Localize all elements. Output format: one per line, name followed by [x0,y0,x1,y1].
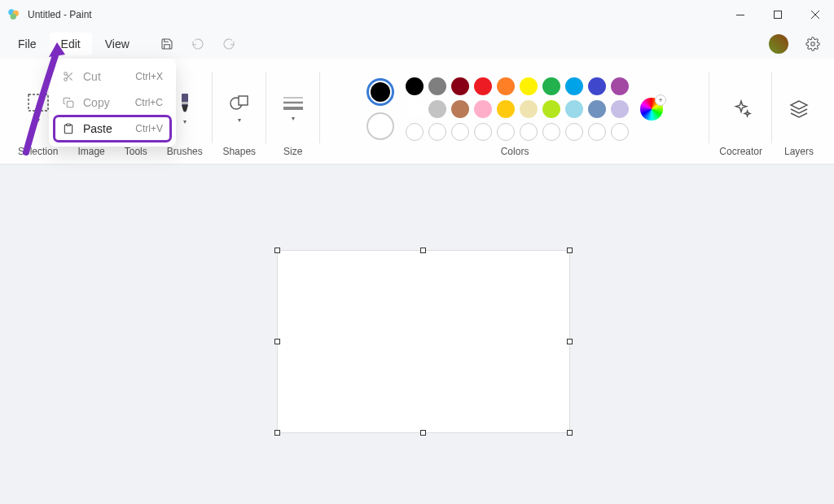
menu-file[interactable]: File [7,33,48,55]
minimize-button[interactable] [722,0,759,29]
color-swatch[interactable] [451,100,469,118]
color-swatch[interactable] [406,100,424,118]
section-size: ▾ Size [266,64,320,164]
color-swatch-empty[interactable] [406,123,424,141]
section-colors: Colors [320,64,710,164]
color-swatch[interactable] [611,100,629,118]
color-swatch[interactable] [474,77,492,95]
color-swatch[interactable] [497,100,515,118]
resize-handle[interactable] [567,339,573,344]
chevron-down-icon: ▾ [37,116,40,124]
section-brushes-label: Brushes [167,146,203,157]
size-tool[interactable]: ▾ [276,85,310,134]
menu-cut[interactable]: Cut Ctrl+X [54,64,171,90]
section-layers-label: Layers [784,146,814,157]
menu-copy-shortcut: Ctrl+C [135,97,163,108]
paste-icon [62,122,75,135]
section-shapes: ▾ Shapes [213,64,266,164]
color-swatch[interactable] [474,100,492,118]
chevron-down-icon: ▾ [238,116,241,124]
section-selection-label: Selection [18,146,58,157]
window-controls [722,0,834,29]
scissors-icon [62,70,75,83]
menu-cut-label: Cut [83,70,101,83]
edit-colors-button[interactable] [640,98,663,121]
window-title: Untitled - Paint [28,9,92,20]
maximize-button[interactable] [759,0,797,29]
resize-handle[interactable] [567,430,573,436]
ribbon: Cut Ctrl+X Copy Ctrl+C Paste Ctrl+V ▾ Se… [0,59,834,164]
color-swatch-empty[interactable] [542,123,560,141]
resize-handle[interactable] [274,248,280,253]
menu-paste[interactable]: Paste Ctrl+V [54,116,171,142]
menu-paste-label: Paste [83,122,112,135]
section-cocreator: Cocreator [709,64,772,164]
menu-copy-label: Copy [83,96,110,109]
color-swatch[interactable] [428,100,446,118]
svg-rect-4 [775,11,782,19]
color-swatch-empty[interactable] [588,123,606,141]
resize-handle[interactable] [274,430,280,436]
svg-rect-17 [239,96,248,105]
color-swatch[interactable] [428,77,446,95]
user-avatar[interactable] [769,34,788,54]
section-cocreator-label: Cocreator [719,146,762,157]
save-button[interactable] [152,31,182,57]
color-swatch[interactable] [520,100,538,118]
color-swatch[interactable] [542,77,560,95]
svg-line-10 [67,75,68,77]
color-swatch[interactable] [542,100,560,118]
color-swatch[interactable] [451,77,469,95]
svg-rect-15 [182,102,188,104]
menu-paste-shortcut: Ctrl+V [135,123,163,134]
section-tools-label: Tools [125,146,147,157]
redo-button[interactable] [214,31,244,57]
color-swatch[interactable] [588,77,606,95]
color-swatch[interactable] [520,77,538,95]
menu-cut-shortcut: Ctrl+X [135,71,163,82]
edit-dropdown: Cut Ctrl+X Copy Ctrl+C Paste Ctrl+V [49,59,176,147]
close-button[interactable] [797,0,834,29]
titlebar: Untitled - Paint [0,0,834,29]
svg-point-7 [64,78,68,81]
resize-handle[interactable] [567,248,573,253]
svg-marker-21 [791,101,807,109]
color-swatch-empty[interactable] [611,123,629,141]
menu-copy[interactable]: Copy Ctrl+C [54,90,171,116]
color-swatch-empty[interactable] [474,123,492,141]
secondary-color[interactable] [367,112,394,140]
primary-color[interactable] [367,78,394,106]
menu-edit[interactable]: Edit [50,33,92,55]
settings-button[interactable] [798,31,827,57]
cocreator-button[interactable] [724,85,758,134]
svg-point-2 [11,14,17,20]
color-swatch[interactable] [406,77,424,95]
section-shapes-label: Shapes [222,146,256,157]
resize-handle[interactable] [274,339,280,344]
menubar: File Edit View [0,29,834,59]
color-swatch-empty[interactable] [565,123,583,141]
resize-handle[interactable] [420,248,426,253]
section-layers: Layers [772,64,826,164]
canvas-area [0,164,834,504]
color-swatch-empty[interactable] [520,123,538,141]
undo-button[interactable] [183,31,213,57]
resize-handle[interactable] [420,430,426,436]
chevron-down-icon: ▾ [292,115,295,122]
layers-button[interactable] [782,85,816,134]
color-swatch[interactable] [588,100,606,118]
section-size-label: Size [283,146,302,157]
color-swatch-empty[interactable] [497,123,515,141]
color-palette [406,77,629,141]
color-swatch-empty[interactable] [428,123,446,141]
color-swatch[interactable] [565,77,583,95]
color-swatch[interactable] [565,100,583,118]
color-swatch[interactable] [497,77,515,95]
canvas[interactable] [277,250,570,433]
svg-rect-12 [67,124,71,125]
app-icon [7,7,21,22]
color-swatch[interactable] [611,77,629,95]
shapes-tool[interactable]: ▾ [222,85,257,134]
color-swatch-empty[interactable] [451,123,469,141]
menu-view[interactable]: View [94,33,141,55]
